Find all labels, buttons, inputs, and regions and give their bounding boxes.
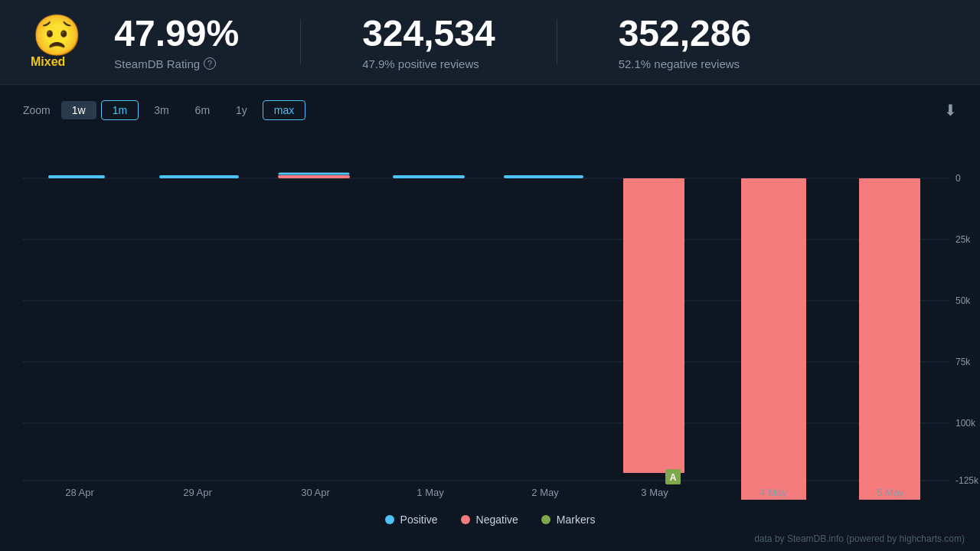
x-label-5may: 5 May <box>877 487 904 498</box>
zoom-1y-button[interactable]: 1y <box>225 101 258 119</box>
markers-dot <box>541 515 550 524</box>
bar-3may <box>623 178 684 473</box>
positive-reviews-stat: 324,534 47.9% positive reviews <box>362 14 495 70</box>
x-label-4may: 4 May <box>760 487 787 498</box>
rating-label: Mixed <box>31 55 65 69</box>
marker-a-label: A <box>670 472 677 483</box>
header-section: 😟 Mixed 47.99% SteamDB Rating ? 324,534 … <box>0 0 980 85</box>
y-label-50k: 50k <box>956 295 971 306</box>
divider-2 <box>557 19 557 65</box>
divider-1 <box>300 19 301 65</box>
chart-svg: 0 25k 50k 75k 100k -125k A <box>0 132 980 500</box>
y-label-25k: 25k <box>956 234 971 245</box>
zoom-max-button[interactable]: max <box>263 100 305 120</box>
download-icon[interactable]: ⬇ <box>944 101 957 119</box>
rating-sublabel: SteamDB Rating ? <box>114 57 239 70</box>
rating-emoji: 😟 <box>32 15 82 55</box>
positive-label: Positive <box>400 514 438 526</box>
chart-svg-wrapper: 0 25k 50k 75k 100k -125k A <box>0 132 980 503</box>
negative-label: Negative <box>476 514 518 526</box>
bar-4may <box>741 178 806 500</box>
bar-5may <box>859 178 920 500</box>
zoom-bar: Zoom 1w 1m 3m 6m 1y max ⬇ <box>0 100 980 120</box>
attribution: data by SteamDB.info (powered by highcha… <box>0 532 980 550</box>
y-label-100k: 100k <box>956 418 976 429</box>
legend-positive: Positive <box>385 514 438 526</box>
svg-rect-0 <box>0 132 980 500</box>
markers-label: Markers <box>557 514 596 526</box>
positive-dot <box>385 515 394 524</box>
negative-value: 352,286 <box>619 14 752 54</box>
negative-sublabel: 52.1% negative reviews <box>619 57 752 70</box>
y-label-0: 0 <box>956 173 961 184</box>
info-icon[interactable]: ? <box>204 57 216 70</box>
chart-container: Zoom 1w 1m 3m 6m 1y max ⬇ 0 25k <box>0 85 980 550</box>
x-label-28apr: 28 Apr <box>65 487 94 498</box>
x-label-29apr: 29 Apr <box>183 487 212 498</box>
zoom-label: Zoom <box>23 104 51 116</box>
x-label-3may: 3 May <box>641 487 668 498</box>
rating-value: 47.99% <box>114 14 239 54</box>
zoom-3m-button[interactable]: 3m <box>143 101 179 119</box>
chart-legend: Positive Negative Markers <box>0 503 980 532</box>
legend-markers: Markers <box>541 514 596 526</box>
negative-dot <box>461 515 470 524</box>
x-label-1may: 1 May <box>416 487 444 498</box>
positive-value: 324,534 <box>362 14 495 54</box>
y-label-75k: 75k <box>956 357 971 367</box>
zoom-6m-button[interactable]: 6m <box>185 101 220 119</box>
y-label-125k: -125k <box>956 475 979 486</box>
zoom-1w-button[interactable]: 1w <box>61 101 96 119</box>
legend-negative: Negative <box>461 514 518 526</box>
zoom-1m-button[interactable]: 1m <box>101 100 139 120</box>
x-label-2may: 2 May <box>531 487 559 498</box>
steamdb-rating-stat: 47.99% SteamDB Rating ? <box>114 14 239 70</box>
x-label-30apr: 30 Apr <box>301 487 330 498</box>
negative-reviews-stat: 352,286 52.1% negative reviews <box>619 14 752 70</box>
positive-sublabel: 47.9% positive reviews <box>362 57 495 70</box>
